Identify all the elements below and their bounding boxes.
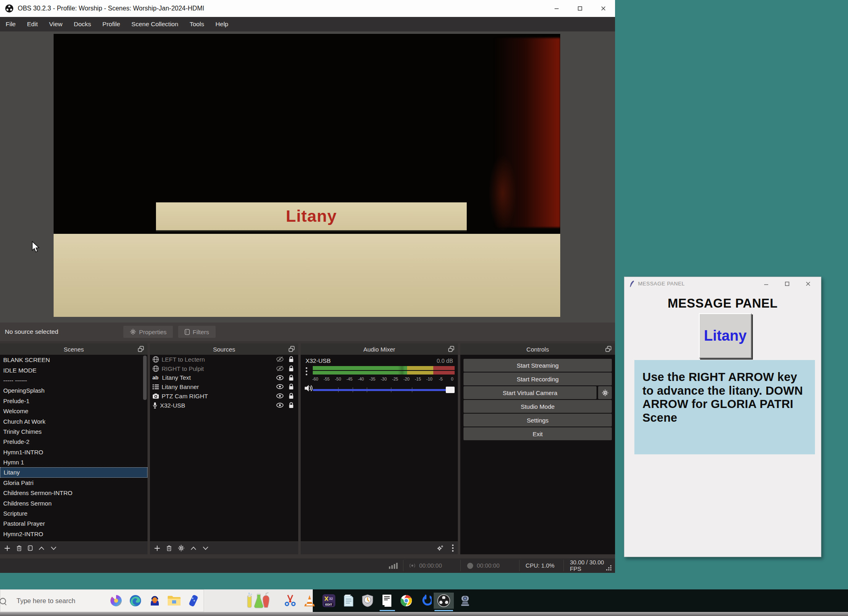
exit-button[interactable]: Exit xyxy=(463,427,612,440)
scene-item[interactable]: Hymn1-INTRO xyxy=(0,447,148,457)
remove-source-button[interactable] xyxy=(166,545,172,551)
message-panel-maximize-button[interactable] xyxy=(777,277,798,290)
lock-icon[interactable] xyxy=(288,393,294,399)
move-scene-down-button[interactable] xyxy=(50,546,57,551)
lock-icon[interactable] xyxy=(288,402,294,408)
visibility-hidden-icon[interactable] xyxy=(276,365,284,372)
litany-scene-button[interactable]: Litany xyxy=(699,313,752,358)
studio-mode-button[interactable]: Studio Mode xyxy=(463,400,612,413)
menu-scene-collection[interactable]: Scene Collection xyxy=(126,17,184,31)
start-recording-button[interactable]: Start Recording xyxy=(463,373,612,385)
resize-grip[interactable] xyxy=(606,565,612,571)
message-panel-close-button[interactable] xyxy=(798,277,819,290)
scene-item[interactable]: BLANK SCREEN xyxy=(0,355,148,365)
scene-item[interactable]: Gloria Patri xyxy=(0,478,148,488)
menu-file[interactable]: File xyxy=(0,17,21,31)
visibility-visible-icon[interactable] xyxy=(276,402,284,408)
speaker-icon[interactable] xyxy=(304,384,314,393)
settings-button[interactable]: Settings xyxy=(463,414,612,427)
visibility-visible-icon[interactable] xyxy=(276,393,284,399)
source-row[interactable]: LEFT to Lectern xyxy=(150,355,298,364)
taskbar-icon-blue-power-app[interactable] xyxy=(418,593,434,609)
popout-dock-icon[interactable] xyxy=(288,345,295,352)
add-source-button[interactable] xyxy=(154,545,160,551)
taskbar-icon-x32-edit[interactable]: 32EDIT xyxy=(321,593,337,609)
scene-item[interactable]: Childrens Sermon xyxy=(0,498,148,508)
taskbar-icon-chrome[interactable] xyxy=(398,593,414,609)
controls-dock-header[interactable]: Controls xyxy=(460,343,615,355)
obs-maximize-button[interactable] xyxy=(568,0,592,17)
source-row[interactable]: RIGHT to Pulpit xyxy=(150,364,298,373)
menu-view[interactable]: View xyxy=(44,17,68,31)
menu-tools[interactable]: Tools xyxy=(184,17,210,31)
popout-dock-icon[interactable] xyxy=(605,345,612,352)
scene-item[interactable]: Pastoral Prayer xyxy=(0,518,148,529)
volume-slider-track[interactable] xyxy=(313,389,455,391)
taskbar-icon-notepad[interactable] xyxy=(340,593,356,609)
scene-item[interactable]: Scripture xyxy=(0,508,148,518)
source-row[interactable]: Litany Banner xyxy=(150,382,298,391)
scene-item[interactable]: Prelude-1 xyxy=(0,396,148,406)
visibility-hidden-icon[interactable] xyxy=(276,356,284,362)
virtual-camera-settings-button[interactable] xyxy=(598,386,612,399)
scenes-scrollbar-thumb[interactable] xyxy=(143,356,147,400)
lock-icon[interactable] xyxy=(288,365,294,372)
audio-mixer-dock-header[interactable]: Audio Mixer xyxy=(301,343,458,355)
menu-edit[interactable]: Edit xyxy=(21,17,44,31)
scene-item[interactable]: Trinity Chimes xyxy=(0,427,148,437)
properties-button[interactable]: Properties xyxy=(123,326,173,338)
move-source-down-button[interactable] xyxy=(202,546,209,551)
start-virtual-camera-button[interactable]: Start Virtual Camera xyxy=(463,386,597,399)
lock-icon[interactable] xyxy=(288,356,294,362)
menu-docks[interactable]: Docks xyxy=(68,17,97,31)
scene-item[interactable]: OpeningSplash xyxy=(0,385,148,395)
scene-item[interactable]: ----- ------ xyxy=(0,375,148,385)
source-row[interactable]: ab Litany Text xyxy=(150,373,298,383)
menu-profile[interactable]: Profile xyxy=(97,17,126,31)
message-panel-minimize-button[interactable] xyxy=(756,277,777,290)
move-source-up-button[interactable] xyxy=(190,546,197,551)
taskbar-icon-ptz-camera-app[interactable] xyxy=(457,593,473,609)
popout-dock-icon[interactable] xyxy=(448,345,455,352)
taskbar-icon-color-swirl-app[interactable] xyxy=(108,593,124,609)
taskbar-icon-snip-app[interactable] xyxy=(282,593,298,609)
menu-help[interactable]: Help xyxy=(210,17,234,31)
sources-dock-header[interactable]: Sources xyxy=(150,343,298,355)
source-row[interactable]: X32-USB xyxy=(150,401,298,410)
move-scene-up-button[interactable] xyxy=(38,546,45,551)
scene-item[interactable]: Hymn2-INTRO xyxy=(0,529,148,539)
preview-canvas[interactable]: Litany xyxy=(54,34,560,317)
taskbar-icon-blue-remote-app[interactable] xyxy=(185,593,202,609)
mixer-menu-kebab-icon[interactable] xyxy=(452,544,454,552)
scene-item[interactable]: Hymn 1 xyxy=(0,457,148,467)
taskbar-icon-file-explorer[interactable] xyxy=(166,593,182,609)
filters-button[interactable]: Filters xyxy=(178,326,216,338)
obs-close-button[interactable] xyxy=(592,0,615,17)
popout-dock-icon[interactable] xyxy=(137,345,144,352)
advanced-audio-gear-icon[interactable] xyxy=(436,545,444,551)
source-row[interactable]: PTZ Cam RIGHT xyxy=(150,391,298,401)
taskbar-icon-log-document[interactable] xyxy=(379,593,395,609)
source-properties-button[interactable] xyxy=(178,545,185,551)
taskbar-icon-obs-studio[interactable] xyxy=(434,593,454,609)
mixer-kebab-menu-icon[interactable] xyxy=(306,367,308,376)
scene-item[interactable]: Church At Work xyxy=(0,416,148,426)
scene-filters-button[interactable] xyxy=(28,545,33,551)
obs-titlebar[interactable]: OBS 30.2.3 - Profile: Worship - Scenes: … xyxy=(0,0,615,17)
scene-item[interactable]: Prelude-2 xyxy=(0,437,148,447)
taskbar-icon-clock-shield-app[interactable] xyxy=(360,593,376,609)
scene-item-selected[interactable]: Litany xyxy=(0,467,148,477)
visibility-visible-icon[interactable] xyxy=(276,383,284,390)
volume-slider[interactable] xyxy=(313,386,455,393)
scene-item[interactable]: Childrens Sermon-INTRO xyxy=(0,488,148,498)
obs-minimize-button[interactable] xyxy=(545,0,568,17)
remove-scene-button[interactable] xyxy=(16,545,22,551)
start-streaming-button[interactable]: Start Streaming xyxy=(463,359,612,372)
scene-item[interactable]: Welcome xyxy=(0,406,148,416)
add-scene-button[interactable] xyxy=(4,545,10,551)
scenes-dock-header[interactable]: Scenes xyxy=(0,343,148,355)
visibility-visible-icon[interactable] xyxy=(276,375,284,381)
message-panel-titlebar[interactable]: MESSAGE PANEL xyxy=(624,277,821,290)
lock-icon[interactable] xyxy=(288,375,294,381)
lock-icon[interactable] xyxy=(288,383,294,390)
